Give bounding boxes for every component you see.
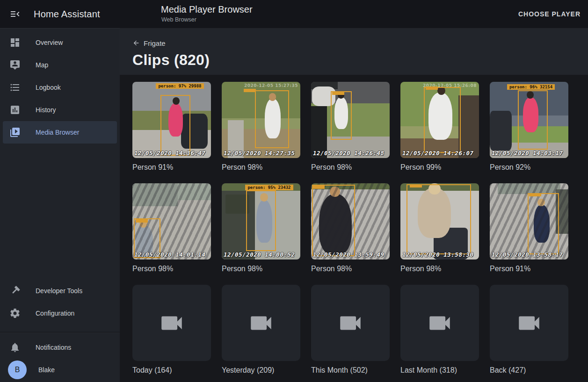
avatar: B (8, 360, 27, 379)
menu-open-left-icon (9, 8, 21, 20)
page-title: Media Player Browser (161, 4, 253, 15)
folder-caption: Today (164) (132, 366, 211, 375)
sidebar-item-label: Notifications (36, 344, 71, 351)
sidebar-toggle-button[interactable] (9, 8, 21, 20)
clip-caption: Person 98% (311, 265, 390, 273)
folder-caption: This Month (502) (311, 366, 390, 375)
detection-label (136, 219, 148, 223)
folder-thumbnail (132, 285, 211, 361)
osd-timestamp: 12/05/2020 14:26:07 (402, 150, 474, 157)
sidebar-main-items: Overview Map Logbook History Med (0, 29, 120, 144)
folder-thumbnail (400, 285, 479, 361)
detection-bounding-box (528, 193, 559, 254)
sidebar-item-map[interactable]: Map (3, 54, 117, 76)
hammer-icon (9, 285, 21, 296)
clip-card[interactable]: 12/05/2020 14:26:48Person 98% (311, 82, 390, 172)
sidebar-item-developer-tools[interactable]: Developer Tools (3, 280, 117, 302)
detection-bounding-box (518, 90, 548, 150)
clip-thumbnail: 12/05/2020 13:59:49 (311, 183, 390, 259)
page-subtitle: Web Browser (161, 16, 253, 23)
folder-caption: Back (427) (490, 366, 568, 375)
choose-player-button[interactable]: CHOOSE PLAYER (518, 0, 581, 28)
detection-label (410, 184, 422, 187)
scene-shape (132, 183, 178, 206)
app-title: Home Assistant (34, 9, 100, 20)
sidebar-item-label: History (36, 106, 56, 114)
clip-card[interactable]: 2020-12-05 15:27:3512/05/2020 14:27:35Pe… (222, 82, 300, 172)
detection-bounding-box (160, 95, 190, 156)
sidebar-item-user-profile[interactable]: B Blake (3, 359, 117, 381)
clip-thumbnail: 12/05/2020 13:58:17 (490, 183, 568, 259)
clip-card[interactable]: 2020-12-05 15:26:0812/05/2020 14:26:07Pe… (400, 82, 479, 172)
osd-timestamp: 12/05/2020 13:58:17 (492, 251, 563, 258)
clip-card[interactable]: 12/05/2020 14:01:14Person 98% (132, 183, 211, 273)
osd-timestamp: 12/05/2020 14:01:14 (134, 251, 206, 258)
clip-caption: Person 98% (222, 265, 300, 273)
sidebar-item-label: Media Browser (36, 129, 79, 136)
detection-label (244, 89, 256, 92)
clip-card[interactable]: 12/05/2020 13:59:49Person 98% (311, 183, 390, 273)
clip-caption: Person 92% (490, 163, 568, 172)
play-box-multiple-icon (9, 127, 21, 138)
folder-card[interactable]: Yesterday (209) (222, 285, 300, 375)
content-header: Frigate Clips (820) (120, 28, 588, 75)
scene-shape (458, 95, 479, 158)
detection-label: person: 96% 32154 (507, 84, 555, 90)
detection-label (332, 92, 344, 95)
detection-bounding-box (424, 87, 461, 152)
video-camera-icon (247, 310, 275, 337)
video-camera-icon (158, 310, 185, 337)
clip-caption: Person 91% (490, 265, 568, 273)
clip-thumbnail: person: 95% 2343212/05/2020 14:00:52 (222, 183, 300, 259)
sidebar-item-label: Configuration (36, 310, 74, 317)
osd-timestamp: 12/05/2020 14:26:48 (313, 150, 385, 157)
sidebar-item-label: Developer Tools (36, 287, 82, 295)
clip-caption: Person 98% (311, 163, 390, 172)
clip-thumbnail: 2020-12-05 15:27:3512/05/2020 14:27:35 (222, 82, 300, 158)
sidebar-item-history[interactable]: History (3, 99, 117, 121)
detection-bounding-box (246, 190, 276, 251)
clip-caption: Person 98% (400, 265, 479, 273)
folder-card[interactable]: Back (427) (490, 285, 568, 375)
breadcrumb-label: Frigate (144, 39, 166, 47)
clip-card[interactable]: person: 96% 3215412/05/2020 14:03:17Pers… (490, 82, 568, 172)
folder-caption: Last Month (318) (400, 366, 479, 375)
breadcrumb-back-frigate[interactable]: Frigate (132, 38, 166, 48)
osd-timestamp: 12/05/2020 13:59:49 (313, 251, 385, 258)
clip-card[interactable]: person: 97% 2998812/05/2020 14:36:47Pers… (132, 82, 211, 172)
format-list-bulleted-icon (9, 82, 21, 93)
detection-bounding-box (312, 185, 355, 256)
cog-icon (9, 308, 21, 319)
clip-card[interactable]: person: 95% 2343212/05/2020 14:00:52Pers… (222, 183, 300, 273)
osd-timestamp: 12/05/2020 14:03:17 (492, 150, 563, 157)
sidebar-spacer (0, 144, 120, 280)
folder-caption: Yesterday (209) (222, 366, 300, 375)
folder-card[interactable]: This Month (502) (311, 285, 390, 375)
camera-timestamp: 2020-12-05 15:27:35 (244, 83, 298, 88)
clip-thumbnail: person: 96% 3215412/05/2020 14:03:17 (490, 82, 568, 158)
clip-card[interactable]: 12/05/2020 13:58:30Person 98% (400, 183, 479, 273)
page-title-block: Media Player Browser Web Browser (161, 4, 253, 23)
clip-caption: Person 98% (132, 265, 211, 273)
video-camera-icon (426, 310, 453, 337)
scene-shape (490, 111, 512, 151)
media-browser-content: Frigate Clips (820) person: 97% 2998812/… (120, 28, 588, 382)
folder-card[interactable]: Today (164) (132, 285, 211, 375)
arrow-left-icon (132, 39, 140, 47)
detection-label: person: 97% 29988 (156, 83, 203, 89)
folder-thumbnail (222, 285, 300, 361)
user-name: Blake (38, 366, 55, 374)
clip-card[interactable]: 12/05/2020 13:58:17Person 91% (490, 183, 568, 273)
sidebar-item-overview[interactable]: Overview (3, 31, 117, 54)
detection-label (529, 193, 541, 196)
detection-label: person: 95% 23432 (245, 185, 293, 190)
sidebar-item-configuration[interactable]: Configuration (3, 302, 117, 324)
detection-label (312, 186, 325, 189)
folder-card[interactable]: Last Month (318) (400, 285, 479, 375)
video-camera-icon (515, 310, 543, 337)
clip-thumbnail: person: 97% 2998812/05/2020 14:36:47 (132, 82, 211, 158)
sidebar-item-media-browser[interactable]: Media Browser (3, 121, 117, 144)
clip-caption: Person 91% (132, 163, 211, 172)
sidebar-item-logbook[interactable]: Logbook (3, 76, 117, 99)
sidebar-item-notifications[interactable]: Notifications (3, 336, 117, 359)
